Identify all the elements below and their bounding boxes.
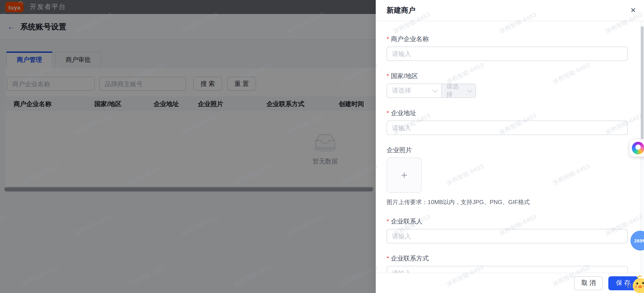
field-label-text: 企业联系方式: [391, 253, 429, 263]
drawer-scrollbar-thumb[interactable]: [641, 26, 644, 139]
new-merchant-drawer: 新建商户 ✕ * 商户企业名称 * 国家/地区 请选择: [376, 0, 644, 293]
field-company-name: * 商户企业名称: [386, 34, 628, 61]
field-label-text: 商户企业名称: [391, 34, 429, 44]
region-select-group: 请选择 请选择: [386, 84, 476, 98]
cancel-button[interactable]: 取 消: [574, 276, 603, 290]
assistant-swirl-icon: [632, 142, 644, 154]
country-select-placeholder: 请选择: [392, 87, 411, 95]
screen: tuya 开发者平台 ← 系统账号设置 商户管理 商户审批 搜 索 重 置 商户…: [0, 0, 644, 293]
drawer-header: 新建商户 ✕: [376, 0, 644, 21]
chevron-down-icon: [468, 88, 472, 93]
field-label: * 国家/地区: [386, 71, 628, 81]
drawer-footer: 取 消 保 存: [376, 273, 644, 293]
field-label: * 企业地址: [386, 108, 628, 118]
province-select[interactable]: 请选择: [441, 84, 476, 98]
plus-icon: +: [401, 170, 407, 180]
field-label-text: 企业地址: [391, 108, 416, 118]
required-asterisk: *: [386, 253, 389, 263]
field-label: * 企业联系方式: [386, 253, 628, 263]
field-contact-info: * 企业联系方式: [386, 253, 628, 273]
field-label-text: 企业照片: [386, 145, 412, 155]
field-label: * 企业联系人: [386, 216, 628, 226]
country-select[interactable]: 请选择: [387, 84, 441, 98]
contact-info-input[interactable]: [386, 266, 628, 273]
field-label-text: 国家/地区: [391, 71, 418, 81]
required-asterisk: *: [386, 108, 389, 118]
duck-mascot-icon[interactable]: [624, 276, 644, 293]
company-name-input[interactable]: [386, 46, 628, 61]
field-label: * 商户企业名称: [386, 34, 628, 44]
field-region: * 国家/地区 请选择 请选择: [386, 71, 628, 98]
field-contact-person: * 企业联系人: [386, 216, 628, 243]
province-select-placeholder: 请选择: [446, 84, 464, 98]
field-address: * 企业地址: [386, 108, 628, 135]
field-label-text: 企业联系人: [391, 216, 422, 226]
field-photo: 企业照片 + 图片上传要求：10MB以内，支持JPG、PNG、GIF格式: [386, 145, 628, 206]
chevron-down-icon: [433, 88, 438, 93]
assistant-extension-button[interactable]: [630, 140, 644, 157]
required-asterisk: *: [386, 71, 389, 81]
required-asterisk: *: [386, 34, 389, 44]
address-input[interactable]: [386, 120, 628, 135]
upload-hint: 图片上传要求：10MB以内，支持JPG、PNG、GIF格式: [386, 198, 628, 206]
close-icon[interactable]: ✕: [629, 6, 637, 14]
photo-upload-button[interactable]: +: [386, 158, 422, 193]
required-asterisk: *: [386, 216, 389, 226]
drawer-form: * 商户企业名称 * 国家/地区 请选择 请选择: [376, 22, 640, 273]
contact-person-input[interactable]: [386, 229, 628, 243]
drawer-title: 新建商户: [386, 6, 416, 15]
field-label: 企业照片: [386, 145, 628, 155]
